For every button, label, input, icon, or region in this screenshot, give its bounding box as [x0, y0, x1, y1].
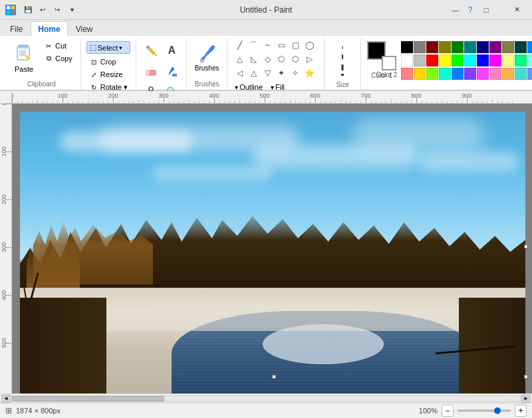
scroll-left-button[interactable]: ◄	[1, 395, 11, 403]
color-cell[interactable]	[426, 41, 438, 53]
ribbon-group-image: ⬚ Select ▾ ⊡ Crop ⤢ Resize ↻ Rotate ▾	[81, 39, 136, 90]
zoom-slider[interactable]	[458, 409, 511, 412]
color-cell[interactable]	[401, 54, 413, 66]
resize-handle-e[interactable]	[524, 245, 528, 249]
shape-arrow-left[interactable]: ◁	[233, 66, 246, 80]
color-cell[interactable]	[527, 41, 532, 53]
color-cell[interactable]	[489, 41, 501, 53]
zoom-thumb[interactable]	[494, 407, 501, 414]
color-cell[interactable]	[477, 68, 489, 80]
color-cell[interactable]	[439, 68, 451, 80]
copy-button[interactable]: ⧉ Copy	[41, 52, 75, 64]
select-button[interactable]: ⬚ Select ▾	[86, 41, 130, 54]
color-cell[interactable]	[515, 68, 527, 80]
color-cell[interactable]	[502, 41, 514, 53]
color-cell[interactable]	[527, 54, 532, 66]
color-cell[interactable]	[502, 54, 514, 66]
color-cell[interactable]	[414, 41, 426, 53]
tab-home[interactable]: Home	[31, 21, 67, 36]
resize-button[interactable]: ⤢ Resize	[86, 68, 130, 80]
shapes-grid: ╱ ⌒ ~ ▭ ▢ ◯ △ ◺ ◇ ⬠ ⬡ ▷ ◁	[233, 39, 316, 80]
color-cell[interactable]	[477, 54, 489, 66]
size-label: Size	[330, 80, 355, 90]
shape-arrow-up[interactable]: △	[247, 66, 260, 80]
shape-round-rect[interactable]: ▢	[289, 39, 302, 52]
paste-label: Paste	[15, 65, 33, 73]
shape-ellipse[interactable]: ◯	[303, 39, 316, 52]
resize-handle-s[interactable]	[272, 375, 276, 379]
save-button[interactable]: 💾	[21, 3, 35, 17]
resize-handle-se[interactable]	[524, 375, 528, 379]
scrollbar-track-h[interactable]	[11, 395, 521, 402]
color-cell[interactable]	[489, 54, 501, 66]
color-cell[interactable]	[452, 54, 464, 66]
undo-button[interactable]: ↩	[36, 3, 49, 17]
crop-button[interactable]: ⊡ Crop	[86, 56, 130, 68]
close-button[interactable]: ✕	[501, 0, 532, 20]
shape-pentagon[interactable]: ⬠	[275, 52, 288, 66]
maximize-button[interactable]: □	[471, 0, 501, 20]
color-cell[interactable]	[439, 54, 451, 66]
scrollbar-thumb-h[interactable]	[12, 396, 164, 401]
tab-view[interactable]: View	[68, 21, 100, 36]
fill-shape-button[interactable]: ▾ Fill	[269, 82, 287, 92]
ribbon-group-clipboard: Paste ✂ Cut ⧉ Copy Clipboard	[3, 39, 81, 90]
color-cell[interactable]	[464, 54, 476, 66]
outline-arrow-icon: ▾	[235, 84, 238, 91]
customize-qa-button[interactable]: ▾	[65, 3, 78, 17]
color-cell[interactable]	[464, 41, 476, 53]
eraser-button[interactable]	[142, 62, 160, 80]
brushes-button[interactable]: Brushes	[192, 39, 221, 76]
minimize-button[interactable]: —	[440, 0, 471, 20]
color-cell[interactable]	[414, 68, 426, 80]
shape-4arrow[interactable]: ✦	[275, 66, 288, 80]
shape-line[interactable]: ╱	[233, 39, 246, 52]
scroll-right-button[interactable]: ►	[521, 395, 531, 403]
color-cell[interactable]	[502, 68, 514, 80]
redo-button[interactable]: ↪	[51, 3, 64, 17]
cut-button[interactable]: ✂ Cut	[41, 40, 75, 52]
color-cell[interactable]	[401, 68, 413, 80]
paste-button[interactable]: Paste	[8, 39, 40, 77]
text-button[interactable]: A	[162, 41, 181, 60]
shape-arrow-right[interactable]: ▷	[303, 52, 316, 66]
svg-rect-8	[19, 52, 26, 54]
color-cell[interactable]	[452, 68, 464, 80]
tab-file[interactable]: File	[3, 21, 30, 36]
zoom-out-button[interactable]: −	[442, 405, 454, 417]
color-cell[interactable]	[426, 68, 438, 80]
color-cell[interactable]	[414, 54, 426, 66]
color-cell[interactable]	[401, 41, 413, 53]
color2-box[interactable]	[382, 56, 396, 70]
shape-rect[interactable]: ▭	[275, 39, 288, 52]
ribbon-group-colors: Color 1 Color 2	[361, 39, 532, 90]
canvas-image[interactable]	[20, 112, 525, 393]
outline-button[interactable]: ▾ Outline	[233, 82, 265, 92]
shape-triangle[interactable]: △	[233, 52, 246, 66]
color-cell[interactable]	[452, 41, 464, 53]
color-cell[interactable]	[426, 54, 438, 66]
color-cell[interactable]	[515, 41, 527, 53]
shape-freeform[interactable]: ~	[261, 39, 274, 52]
shape-star4[interactable]: ✧	[289, 66, 302, 80]
shape-star5[interactable]: ⭐	[303, 66, 316, 80]
title-bar-left: 💾 ↩ ↪ ▾	[5, 3, 78, 17]
canvas-viewport[interactable]	[12, 104, 532, 393]
shape-arrow-down[interactable]: ▽	[261, 66, 274, 80]
shape-right-tri[interactable]: ◺	[247, 52, 260, 66]
zoom-in-button[interactable]: +	[515, 405, 527, 417]
color-cell[interactable]	[439, 41, 451, 53]
color-cell[interactable]	[477, 41, 489, 53]
shape-hexagon[interactable]: ⬡	[289, 52, 302, 66]
color-cell[interactable]	[489, 68, 501, 80]
color-cell[interactable]	[527, 68, 532, 80]
shape-diamond[interactable]: ◇	[261, 52, 274, 66]
shape-curve[interactable]: ⌒	[247, 39, 260, 52]
color-cell[interactable]	[515, 54, 527, 66]
dimensions-info: 1874 × 800px	[16, 407, 61, 415]
fill-button[interactable]	[162, 62, 181, 80]
status-grid-icon[interactable]: ⊞	[5, 406, 12, 415]
pencil-button[interactable]: ✏️	[142, 41, 160, 60]
color-cell[interactable]	[464, 68, 476, 80]
scrollbar-horizontal[interactable]: ◄ ►	[0, 393, 532, 403]
